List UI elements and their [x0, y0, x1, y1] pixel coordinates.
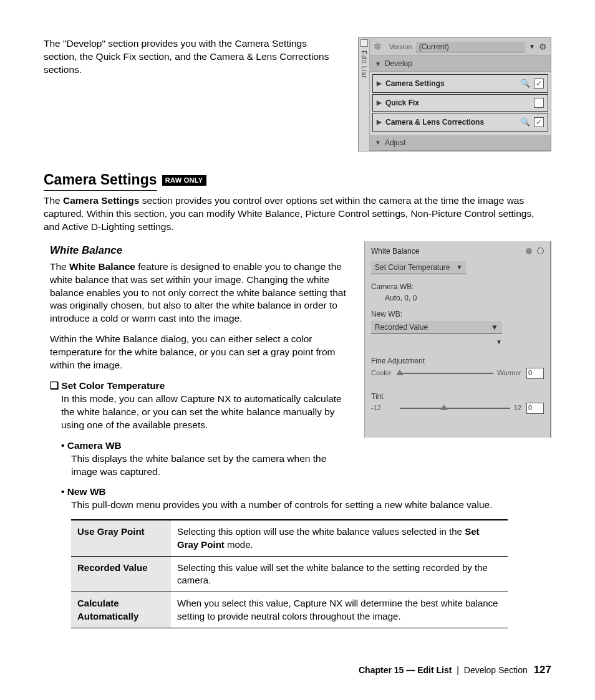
checkbox[interactable]: ✓ — [534, 79, 544, 89]
wb-mode-dropdown[interactable]: Set Color Temperature ▼ — [371, 261, 466, 274]
intro-paragraph: The "Develop" section provides you with … — [44, 37, 347, 84]
cooler-label: Cooler — [371, 368, 396, 378]
edit-list-panel: Edit List ✽ Version (Current) ▼ ⚙ ▼ Deve… — [358, 37, 551, 151]
camera-settings-intro: The Camera Settings section provides you… — [44, 194, 551, 234]
heading-text: Camera Settings — [44, 171, 157, 188]
tint-min-label: -12 — [371, 403, 396, 413]
secondary-dropdown[interactable]: ▼ — [371, 338, 502, 347]
camera-wb-value: Auto, 0, 0 — [385, 293, 544, 303]
option-desc: Selecting this value will set the white … — [171, 556, 508, 592]
separator: | — [457, 665, 459, 675]
fine-adjustment-label: Fine Adjustment — [371, 356, 544, 366]
chevron-down-icon: ▼ — [496, 338, 502, 347]
chevron-down-icon: ▼ — [457, 263, 463, 272]
heading-text: Camera WB — [67, 440, 122, 451]
edit-list-side-label: Edit List — [360, 50, 369, 79]
text: mode. — [225, 539, 253, 550]
fine-adjustment-block: Fine Adjustment Cooler Warmer 0 — [371, 356, 544, 378]
slider-thumb-icon[interactable] — [440, 405, 448, 410]
version-label: Version — [389, 42, 412, 52]
heading-text: Set Color Temperature — [61, 380, 165, 391]
heading-text: New WB — [67, 486, 106, 497]
row-label: Camera Settings — [385, 79, 516, 89]
warmer-label: Warmer — [497, 368, 521, 378]
new-wb-body: This pull-down menu provides you with a … — [71, 499, 551, 512]
row-label: Camera & Lens Corrections — [385, 117, 516, 127]
text: When you select this value, Capture NX w… — [177, 598, 498, 621]
triangle-right-icon: ▶ — [377, 98, 382, 107]
tint-slider[interactable] — [400, 408, 510, 409]
wb-paragraph-1: The White Balance feature is designed to… — [50, 261, 353, 326]
table-row: Recorded Value Selecting this value will… — [71, 556, 508, 592]
triangle-right-icon: ▶ — [377, 79, 382, 88]
option-desc: Selecting this option will use the white… — [171, 520, 508, 556]
collapse-icon[interactable] — [360, 39, 368, 47]
new-wb-heading: New WB — [61, 486, 551, 499]
gear-icon[interactable]: ⚙ — [539, 41, 547, 53]
white-balance-panel: White Balance Set Color Temperature ▼ Ca… — [364, 241, 551, 438]
row-quick-fix[interactable]: ▶ Quick Fix — [372, 94, 548, 112]
option-desc: When you select this value, Capture NX w… — [171, 592, 508, 628]
snowflake-icon[interactable]: ✽ — [374, 41, 382, 53]
tint-block: Tint -12 12 0 — [371, 391, 544, 414]
section-heading: Camera Settings — [44, 170, 157, 191]
intro-text: The "Develop" section provides you with … — [44, 37, 341, 77]
edit-list-topbar: ✽ Version (Current) ▼ ⚙ — [370, 38, 551, 56]
dropdown-value: Set Color Temperature — [375, 262, 450, 272]
chevron-down-icon: ▼ — [491, 322, 498, 332]
chevron-down-icon[interactable]: ▼ — [529, 42, 535, 51]
table-row: Calculate Automatically When you select … — [71, 592, 508, 628]
set-color-temperature-heading: Set Color Temperature — [50, 380, 353, 393]
text: The — [44, 195, 63, 206]
tint-label: Tint — [371, 391, 544, 401]
option-name: Use Gray Point — [71, 520, 171, 556]
page-footer: Chapter 15 — Edit List | Develop Section… — [359, 663, 551, 678]
adjust-label: Adjust — [385, 138, 405, 148]
white-balance-heading: White Balance — [50, 244, 353, 258]
camera-settings-heading-row: Camera Settings RAW ONLY — [44, 170, 551, 194]
row-camera-lens-corrections[interactable]: ▶ Camera & Lens Corrections 🔍 ✓ — [372, 113, 548, 132]
develop-section-header[interactable]: ▼ Develop — [370, 56, 551, 72]
option-name: Recorded Value — [71, 556, 171, 592]
triangle-right-icon: ▶ — [377, 118, 382, 127]
version-dropdown[interactable]: (Current) — [416, 42, 525, 52]
magnifier-icon[interactable]: 🔍 — [520, 117, 530, 128]
table-row: Use Gray Point Selecting this option wil… — [71, 520, 508, 556]
new-wb-label: New WB: — [371, 309, 544, 319]
tint-max-label: 12 — [514, 403, 521, 413]
fine-adjustment-slider[interactable] — [400, 373, 493, 374]
row-camera-settings[interactable]: ▶ Camera Settings 🔍 ✓ — [372, 74, 548, 93]
wb-panel-title: White Balance — [371, 246, 526, 256]
text: Selecting this option will use the white… — [177, 526, 465, 537]
triangle-down-icon: ▼ — [375, 60, 381, 69]
wb-paragraph-2: Within the White Balance dialog, you can… — [50, 333, 353, 372]
footer-chapter: Chapter 15 — Edit List — [359, 665, 452, 675]
text: The — [50, 261, 69, 272]
status-dot-icon[interactable] — [526, 248, 532, 254]
page-number: 127 — [534, 664, 551, 676]
checkbox[interactable] — [534, 98, 544, 108]
checkbox[interactable]: ✓ — [534, 117, 544, 127]
raw-only-badge: RAW ONLY — [162, 175, 206, 186]
bold-text: White Balance — [69, 261, 135, 272]
bold-text: Camera Settings — [63, 195, 139, 206]
set-color-temperature-body: In this mode, you can allow Capture NX t… — [61, 393, 353, 432]
reset-circle-icon[interactable] — [537, 247, 544, 254]
dropdown-value: Recorded Value — [375, 322, 428, 332]
adjust-section-header[interactable]: ▼ Adjust — [370, 135, 551, 151]
new-wb-dropdown[interactable]: Recorded Value ▼ — [371, 321, 502, 334]
tint-value-input[interactable]: 0 — [526, 403, 544, 414]
option-name: Calculate Automatically — [71, 592, 171, 628]
row-label: Quick Fix — [385, 98, 530, 108]
camera-wb-label: Camera WB: — [371, 282, 544, 292]
new-wb-options-table: Use Gray Point Selecting this option wil… — [71, 519, 508, 628]
develop-label: Develop — [385, 59, 412, 69]
magnifier-icon[interactable]: 🔍 — [520, 78, 530, 89]
edit-list-sidebar: Edit List — [359, 38, 370, 151]
version-value: (Current) — [419, 42, 449, 52]
slider-thumb-icon[interactable] — [396, 370, 404, 375]
footer-section: Develop Section — [464, 665, 528, 675]
camera-wb-heading: Camera WB — [61, 439, 353, 453]
fine-adjustment-value-input[interactable]: 0 — [526, 368, 544, 379]
text: Selecting this value will set the white … — [177, 562, 488, 585]
